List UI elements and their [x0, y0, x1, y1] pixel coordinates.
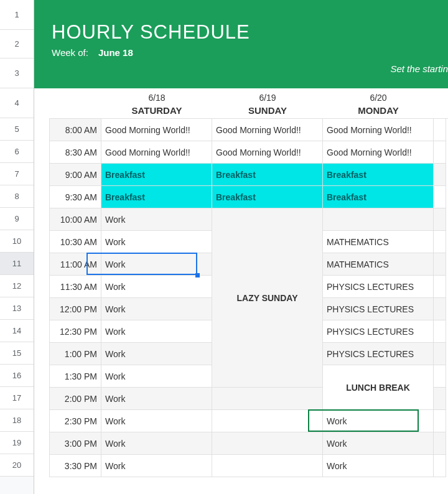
- sched-cell[interactable]: Work: [323, 455, 434, 477]
- tail-cell[interactable]: [434, 432, 446, 455]
- row-header-6[interactable]: 6: [0, 141, 34, 163]
- sched-cell[interactable]: Breakfast: [101, 186, 212, 208]
- sched-cell[interactable]: Good Morning World!!: [323, 119, 434, 141]
- sched-cell[interactable]: Good Morning World!!: [212, 141, 323, 164]
- time-cell[interactable]: 1:30 PM: [49, 365, 101, 388]
- sched-cell[interactable]: Work: [101, 343, 212, 365]
- row-header-18[interactable]: 18: [0, 409, 34, 432]
- sched-cell-sunday[interactable]: [212, 455, 323, 477]
- time-cell[interactable]: 2:30 PM: [49, 410, 101, 432]
- row-header-1[interactable]: 1: [0, 0, 34, 30]
- sched-cell[interactable]: [323, 208, 434, 231]
- sched-cell-lunch-break[interactable]: LUNCH BREAK: [323, 365, 434, 410]
- banner-right-hint: Set the startin: [390, 63, 448, 74]
- sched-cell[interactable]: Good Morning World!!: [101, 119, 212, 141]
- row-header-13[interactable]: 13: [0, 297, 34, 320]
- sched-cell[interactable]: PHYSICS LECTURES: [323, 276, 434, 298]
- spreadsheet-root: 1 2 3 4 5 6 7 8 9 10 11 12 13 14 15 16 1…: [0, 0, 448, 494]
- week-of-value[interactable]: June 18: [98, 47, 133, 58]
- row-header-20[interactable]: 20: [0, 454, 34, 477]
- tail-cell[interactable]: [434, 231, 446, 253]
- tail-cell[interactable]: [434, 253, 446, 276]
- row-header-15[interactable]: 15: [0, 342, 34, 365]
- sched-cell[interactable]: Good Morning World!!: [101, 141, 212, 164]
- sched-cell[interactable]: Work: [101, 253, 212, 276]
- sched-cell[interactable]: Work: [101, 365, 212, 388]
- sched-cell[interactable]: Breakfast: [323, 186, 434, 208]
- sched-cell[interactable]: Work: [101, 410, 212, 432]
- time-cell[interactable]: 1:00 PM: [49, 343, 101, 365]
- row-header-14[interactable]: 14: [0, 320, 34, 342]
- sched-cell[interactable]: Work: [101, 298, 212, 320]
- row-header-7[interactable]: 7: [0, 163, 34, 185]
- row-header-5[interactable]: 5: [0, 118, 34, 141]
- row-header-4[interactable]: 4: [0, 88, 34, 118]
- sched-cell[interactable]: Work: [101, 320, 212, 343]
- sched-cell-lazy-sunday[interactable]: LAZY SUNDAY: [212, 208, 323, 388]
- sched-cell[interactable]: Breakfast: [212, 164, 323, 186]
- sched-cell-sunday[interactable]: [212, 388, 323, 410]
- tail-cell[interactable]: [434, 320, 446, 343]
- row-header-2[interactable]: 2: [0, 30, 34, 58]
- tail-cell[interactable]: [434, 276, 446, 298]
- row-header-8[interactable]: 8: [0, 185, 34, 208]
- sched-cell[interactable]: Work: [101, 388, 212, 410]
- sched-cell[interactable]: Good Morning World!!: [323, 141, 434, 164]
- sched-cell[interactable]: Work: [101, 231, 212, 253]
- tail-cell[interactable]: [434, 343, 446, 365]
- sched-cell[interactable]: MATHEMATICS: [323, 253, 434, 276]
- sched-cell[interactable]: Breakfast: [101, 164, 212, 186]
- sched-cell-sunday[interactable]: [212, 432, 323, 455]
- sched-cell[interactable]: Breakfast: [323, 164, 434, 186]
- time-cell[interactable]: 11:00 AM: [49, 253, 101, 276]
- sched-cell[interactable]: Work: [323, 410, 434, 432]
- time-cell[interactable]: 12:00 PM: [49, 298, 101, 320]
- sheet-content: HOURLY SCHEDULE Week of: June 18 Set the…: [34, 0, 448, 494]
- tail-cell[interactable]: [434, 410, 446, 432]
- row-header-12[interactable]: 12: [0, 275, 34, 297]
- tail-cell[interactable]: [434, 455, 446, 477]
- time-cell[interactable]: 12:30 PM: [49, 320, 101, 343]
- time-cell[interactable]: 10:00 AM: [49, 208, 101, 231]
- row-header-9[interactable]: 9: [0, 208, 34, 230]
- tail-cell[interactable]: [434, 208, 446, 231]
- time-column-header: [49, 88, 101, 118]
- time-cell[interactable]: 8:00 AM: [49, 119, 101, 141]
- time-cell[interactable]: 3:30 PM: [49, 455, 101, 477]
- sched-cell[interactable]: Work: [101, 208, 212, 231]
- row-header-17[interactable]: 17: [0, 387, 34, 409]
- row-header-19[interactable]: 19: [0, 432, 34, 454]
- tail-cell[interactable]: [434, 119, 446, 141]
- time-cell[interactable]: 3:00 PM: [49, 432, 101, 455]
- sched-cell-sunday[interactable]: [212, 410, 323, 432]
- tail-cell[interactable]: [434, 298, 446, 320]
- row-header-10[interactable]: 10: [0, 230, 34, 253]
- sched-cell[interactable]: Breakfast: [212, 186, 323, 208]
- row-header-16[interactable]: 16: [0, 365, 34, 387]
- day-name: SATURDAY: [132, 105, 182, 116]
- sched-cell[interactable]: Good Morning World!!: [212, 119, 323, 141]
- sched-cell[interactable]: PHYSICS LECTURES: [323, 298, 434, 320]
- sched-cell[interactable]: PHYSICS LECTURES: [323, 320, 434, 343]
- tail-cell[interactable]: [434, 388, 446, 410]
- sched-cell[interactable]: Work: [101, 276, 212, 298]
- tail-cell[interactable]: [434, 186, 446, 208]
- tail-cell[interactable]: [434, 141, 446, 164]
- time-cell[interactable]: 8:30 AM: [49, 141, 101, 164]
- sched-cell[interactable]: Work: [101, 455, 212, 477]
- time-cell[interactable]: 9:30 AM: [49, 186, 101, 208]
- time-cell[interactable]: 10:30 AM: [49, 231, 101, 253]
- tail-cell[interactable]: [434, 365, 446, 388]
- sched-cell[interactable]: Work: [323, 432, 434, 455]
- row-header-3[interactable]: 3: [0, 58, 34, 88]
- sched-cell[interactable]: PHYSICS LECTURES: [323, 343, 434, 365]
- sched-cell[interactable]: Work: [101, 432, 212, 455]
- day-date: 6/19: [259, 93, 276, 103]
- time-cell[interactable]: 11:30 AM: [49, 276, 101, 298]
- row-header-11[interactable]: 11: [0, 253, 34, 275]
- tail-cell[interactable]: [434, 164, 446, 186]
- time-cell[interactable]: 9:00 AM: [49, 164, 101, 186]
- sched-cell[interactable]: MATHEMATICS: [323, 231, 434, 253]
- time-cell[interactable]: 2:00 PM: [49, 388, 101, 410]
- day-header-monday: 6/20 MONDAY: [323, 88, 434, 118]
